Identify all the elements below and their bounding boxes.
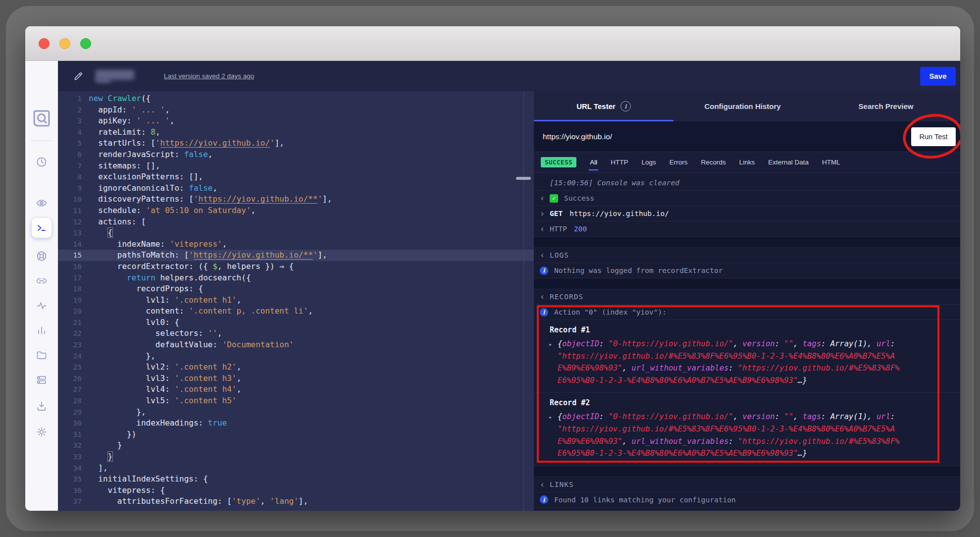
code-text: selectors: '',: [89, 328, 222, 339]
zoom-button[interactable]: [80, 38, 91, 49]
crawler-name-redacted[interactable]: [96, 70, 134, 83]
line-number: 25: [58, 362, 82, 373]
code-editor[interactable]: 1new Crawler({2 appId: ' ... ',3 apiKey:…: [58, 91, 534, 511]
code-line[interactable]: 27 lvl4: '.content h4',: [58, 384, 534, 395]
code-line[interactable]: 13 {: [58, 227, 534, 239]
tab-url-tester[interactable]: URL Testeri: [534, 91, 673, 121]
code-line[interactable]: 8 exclusionPatterns: [],: [58, 171, 534, 183]
line-number: 30: [58, 418, 82, 429]
code-line[interactable]: 3 apiKey: ' ... ',: [58, 115, 534, 127]
line-number: 27: [58, 384, 82, 395]
code-line[interactable]: 9 ignoreCanonicalTo: false,: [58, 183, 534, 194]
code-line[interactable]: 36 vitepress: {: [58, 485, 534, 496]
code-line[interactable]: 23 defaultValue: 'Documentation': [58, 339, 534, 351]
row-indent[interactable]: [540, 178, 550, 188]
result-tab-links[interactable]: Links: [739, 156, 755, 169]
edit-pencil-icon[interactable]: [73, 71, 84, 82]
info-icon[interactable]: i: [620, 101, 631, 111]
right-panel: URL TesteriConfiguration HistorySearch P…: [534, 91, 960, 511]
code-line[interactable]: 7 sitemaps: [],: [58, 161, 534, 172]
record-json[interactable]: ▸{objectID: "0-https://yiov.github.io/",…: [550, 338, 902, 386]
link-icon: [36, 275, 48, 287]
code-line[interactable]: 30 indexHeadings: true: [58, 418, 534, 429]
code-line[interactable]: 22 selectors: '',: [58, 328, 534, 339]
line-number: 1: [58, 93, 82, 105]
collapse-icon[interactable]: ‹: [540, 193, 550, 203]
code-text: }: [89, 451, 112, 463]
code-line[interactable]: 24 },: [58, 351, 534, 362]
tab-search-preview[interactable]: Search Preview: [812, 91, 960, 121]
result-tab-all[interactable]: All: [590, 156, 597, 169]
code-line[interactable]: 2 appId: ' ... ',: [58, 105, 534, 116]
code-line[interactable]: 6 renderJavaScript: false,: [58, 149, 534, 161]
result-tab-logs[interactable]: Logs: [641, 156, 656, 169]
minimize-button[interactable]: [59, 38, 70, 49]
result-tab-errors[interactable]: Errors: [670, 156, 688, 169]
editor-scrollbar-thumb[interactable]: [516, 177, 531, 180]
code-line[interactable]: 17 return helpers.docsearch({: [58, 272, 534, 284]
url-input[interactable]: https://yiov.github.io/: [543, 132, 911, 141]
sidebar-item-analytics[interactable]: [32, 321, 52, 340]
code-text: indexName: 'vitepress',: [89, 239, 227, 250]
code-line[interactable]: 16 recordExtractor: ({ $, helpers }) ⇒ {: [58, 261, 534, 272]
sidebar-item-export[interactable]: [32, 396, 52, 416]
collapse-icon[interactable]: ‹: [540, 480, 550, 489]
sidebar-item-monitoring[interactable]: [32, 296, 52, 316]
sidebar-item-algolia-logo[interactable]: [32, 108, 52, 128]
code-line[interactable]: 34 ],: [58, 463, 534, 474]
tab-label: URL Tester: [576, 102, 616, 110]
code-line[interactable]: 10 discoveryPatterns: ['https://yiov.git…: [58, 194, 534, 205]
code-line[interactable]: 29 },: [58, 407, 534, 418]
tab-configuration-history[interactable]: Configuration History: [673, 91, 812, 121]
code-line[interactable]: 26 lvl3: '.content h3',: [58, 373, 534, 384]
expand-icon[interactable]: ›: [540, 209, 550, 218]
code-line[interactable]: 33 }: [58, 451, 534, 463]
code-line[interactable]: 18 recordProps: {: [58, 283, 534, 295]
save-button[interactable]: Save: [920, 67, 956, 86]
last-saved-link[interactable]: Last version saved 2 days ago: [164, 72, 254, 80]
result-tab-external-data[interactable]: External Data: [768, 156, 809, 169]
code-line[interactable]: 19 lvl1: '.content h1',: [58, 295, 534, 306]
sidebar-item-links[interactable]: [32, 271, 52, 291]
sidebar-item-settings[interactable]: [32, 422, 52, 442]
sidebar-item-editor[interactable]: [32, 218, 52, 238]
console-row-http: ‹HTTP200: [534, 221, 960, 237]
code-line[interactable]: 21 lvl0: {: [58, 317, 534, 328]
code-line[interactable]: 20 content: '.content p, .content li',: [58, 306, 534, 317]
sidebar-item-indices[interactable]: [32, 370, 52, 390]
result-tab-html[interactable]: HTML: [822, 156, 840, 169]
code-text: renderJavaScript: false,: [89, 149, 212, 161]
collapse-icon[interactable]: ‹: [540, 292, 550, 302]
line-number: 15: [58, 250, 82, 261]
code-line[interactable]: 5 startUrls: ['https://yiov.github.io/']…: [58, 138, 534, 149]
sidebar-item-history[interactable]: [32, 152, 52, 172]
code-line[interactable]: 1new Crawler({: [58, 93, 534, 105]
result-tabs: AllHTTPLogsErrorsRecordsLinksExternal Da…: [590, 156, 840, 169]
code-line[interactable]: 14 indexName: 'vitepress',: [58, 239, 534, 250]
expand-triangle-icon[interactable]: ▸: [549, 411, 552, 424]
code-line[interactable]: 4 rateLimit: 8,: [58, 127, 534, 138]
code-line[interactable]: 15 pathsToMatch: ['https://yiov.github.i…: [58, 250, 534, 261]
code-line[interactable]: 25 lvl2: '.content h2',: [58, 362, 534, 373]
collapse-icon[interactable]: ‹: [540, 224, 550, 234]
code-line[interactable]: 12 actions: [: [58, 216, 534, 228]
code-line[interactable]: 28 lvl5: '.content h5': [58, 395, 534, 407]
close-button[interactable]: [39, 38, 50, 49]
result-tab-records[interactable]: Records: [701, 156, 725, 169]
sidebar-item-help[interactable]: [32, 246, 52, 266]
info-icon: i: [540, 308, 548, 317]
code-line[interactable]: 31 }): [58, 429, 534, 440]
sidebar-item-overview[interactable]: [32, 193, 52, 213]
console-row-section: ‹LOGS: [534, 248, 960, 263]
record-json[interactable]: ▸{objectID: "0-https://yiov.github.io/",…: [550, 411, 902, 459]
code-line[interactable]: 35 initialIndexSettings: {: [58, 474, 534, 485]
code-line[interactable]: 32 }: [58, 440, 534, 451]
run-test-button[interactable]: Run Test: [911, 127, 956, 146]
sidebar-item-files[interactable]: [32, 345, 52, 365]
code-line[interactable]: 37 attributesForFaceting: ['type', 'lang…: [58, 496, 534, 507]
expand-triangle-icon[interactable]: ▸: [549, 338, 552, 351]
result-tab-http[interactable]: HTTP: [611, 156, 628, 169]
collapse-icon[interactable]: ‹: [540, 250, 550, 260]
code-text: }: [89, 440, 122, 451]
code-line[interactable]: 11 schedule: 'at 05:10 on Saturday',: [58, 205, 534, 216]
